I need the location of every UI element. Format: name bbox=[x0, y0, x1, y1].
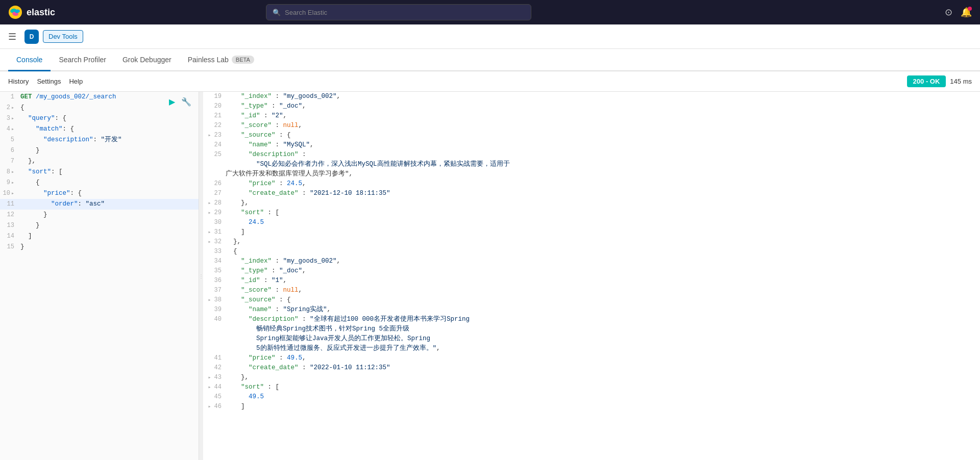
dev-tools-tab[interactable]: Dev Tools bbox=[43, 30, 83, 43]
line-num-5: 5 bbox=[0, 135, 18, 145]
resp-line-22: 22 "_score" : null, bbox=[207, 121, 980, 131]
resp-line-41: 41 "price" : 49.5, bbox=[207, 353, 980, 363]
help-button[interactable]: Help bbox=[69, 78, 83, 85]
resp-line-33: 33 { bbox=[207, 247, 980, 257]
resp-num-38: 38 bbox=[207, 295, 226, 305]
hamburger-menu-icon[interactable]: ☰ bbox=[8, 31, 16, 42]
resp-line-25a: 25 "description" : bbox=[207, 150, 980, 160]
toolbar-row: History Settings Help 200 - OK 145 ms bbox=[0, 71, 980, 92]
tab-bar: Console Search Profiler Grok Debugger Pa… bbox=[0, 49, 980, 71]
notification-icon[interactable]: 🔔 bbox=[961, 7, 972, 18]
resp-num-25: 25 bbox=[207, 150, 226, 160]
tab-grok-debugger[interactable]: Grok Debugger bbox=[114, 49, 180, 71]
resp-num-39: 39 bbox=[207, 305, 226, 315]
resp-num-24: 24 bbox=[207, 140, 226, 150]
help-circle-icon[interactable]: ⊙ bbox=[945, 7, 952, 18]
editor-line-14: 14 ] bbox=[0, 231, 199, 242]
editor-line-5: 5 "description": "开发" bbox=[0, 135, 199, 145]
editor-line-6: 6 } bbox=[0, 145, 199, 156]
line-content-5: "description": "开发" bbox=[18, 135, 122, 145]
resp-line-24: 24 "name" : "MySQL", bbox=[207, 140, 980, 150]
resp-content-43: }, bbox=[226, 373, 249, 382]
line-content-12: } bbox=[18, 210, 47, 220]
resp-content-25b: "SQL必知必会作者力作，深入浅出MySQL高性能讲解技术内幕，紧贴实战需要，适… bbox=[226, 160, 510, 169]
history-button[interactable]: History bbox=[8, 78, 29, 85]
resp-line-44: 44 "sort" : [ bbox=[207, 382, 980, 392]
line-content-15: } bbox=[18, 242, 24, 252]
elastic-logo: elastic bbox=[8, 5, 55, 19]
line-content-7: }, bbox=[18, 157, 36, 166]
response-time: 145 ms bbox=[950, 78, 972, 85]
resp-line-38: 38 "_source" : { bbox=[207, 295, 980, 305]
resp-num-32: 32 bbox=[207, 237, 226, 247]
main-area: ▶ 🔧 1 GET /my_goods_002/_search 2 { 3 "q… bbox=[0, 92, 980, 460]
resp-line-31: 31 ] bbox=[207, 227, 980, 237]
search-placeholder: Search Elastic bbox=[285, 9, 327, 16]
resp-content-40a: "description" : "全球有超过100 000名开发者使用本书来学习… bbox=[226, 315, 470, 324]
logo-text: elastic bbox=[27, 7, 55, 18]
resp-line-40a: 40 "description" : "全球有超过100 000名开发者使用本书… bbox=[207, 315, 980, 324]
resp-num-35: 35 bbox=[207, 266, 226, 276]
resp-content-23: "_source" : { bbox=[226, 131, 291, 140]
editor-line-13: 13 } bbox=[0, 220, 199, 231]
resp-line-35: 35 "_type" : "_doc", bbox=[207, 266, 980, 276]
top-bar: elastic 🔍 Search Elastic ⊙ 🔔 bbox=[0, 0, 980, 24]
resp-num-20: 20 bbox=[207, 101, 226, 111]
resp-num-31: 31 bbox=[207, 227, 226, 237]
resp-num-30: 30 bbox=[207, 218, 226, 227]
resp-line-34: 34 "_index" : "my_goods_002", bbox=[207, 257, 980, 266]
line-num-13: 13 bbox=[0, 221, 18, 231]
line-content-6: } bbox=[18, 146, 40, 156]
resp-num-36: 36 bbox=[207, 276, 226, 286]
line-content-1: GET /my_goods_002/_search bbox=[18, 92, 116, 102]
resp-num-19: 19 bbox=[207, 92, 226, 101]
line-content-13: } bbox=[18, 221, 40, 231]
line-content-11: "order": "asc" bbox=[18, 199, 105, 209]
beta-badge: BETA bbox=[232, 56, 254, 64]
tab-painless-lab[interactable]: Painless Lab BETA bbox=[180, 49, 262, 71]
resp-content-19: "_index" : "my_goods_002", bbox=[226, 92, 340, 101]
resp-line-21: 21 "_id" : "2", bbox=[207, 111, 980, 121]
resp-content-25c: 广大软件开发和数据库管理人员学习参考", bbox=[226, 169, 353, 179]
resp-num-44: 44 bbox=[207, 382, 226, 392]
resp-content-32: }, bbox=[226, 237, 241, 247]
line-content-14: ] bbox=[18, 232, 32, 241]
user-avatar[interactable]: D bbox=[24, 30, 39, 44]
resp-line-45: 45 49.5 bbox=[207, 392, 980, 402]
resp-num-21: 21 bbox=[207, 111, 226, 121]
resp-content-33: { bbox=[226, 247, 237, 257]
resp-content-40d: 5的新特性通过微服务、反应式开发进一步提升了生产效率。", bbox=[226, 344, 440, 353]
editor-line-3: 3 "query": { bbox=[0, 113, 199, 124]
resp-content-46: ] bbox=[226, 402, 245, 412]
editor-line-4: 4 "match": { bbox=[0, 124, 199, 135]
wrench-button[interactable]: 🔧 bbox=[180, 96, 192, 108]
resp-content-26: "price" : 24.5, bbox=[226, 179, 306, 189]
resp-num-28: 28 bbox=[207, 198, 226, 208]
resp-num-29: 29 bbox=[207, 208, 226, 218]
resp-num-27: 27 bbox=[207, 189, 226, 198]
line-content-4: "match": { bbox=[18, 124, 74, 134]
line-num-10: 10 bbox=[0, 189, 18, 198]
editor-line-10: 10 "price": { bbox=[0, 188, 199, 199]
editor-toolbar: ▶ 🔧 bbox=[168, 96, 192, 108]
resp-line-40b: 畅销经典Spring技术图书，针对Spring 5全面升级 bbox=[207, 324, 980, 334]
resp-num-45: 45 bbox=[207, 392, 226, 402]
global-search-bar[interactable]: 🔍 Search Elastic bbox=[266, 4, 531, 20]
resp-content-41: "price" : 49.5, bbox=[226, 353, 306, 363]
tab-console[interactable]: Console bbox=[8, 49, 51, 71]
search-icon: 🔍 bbox=[273, 9, 281, 16]
resp-line-37: 37 "_score" : null, bbox=[207, 286, 980, 295]
line-num-7: 7 bbox=[0, 157, 18, 166]
tab-search-profiler[interactable]: Search Profiler bbox=[51, 49, 114, 71]
editor-pane[interactable]: ▶ 🔧 1 GET /my_goods_002/_search 2 { 3 "q… bbox=[0, 92, 199, 460]
settings-button[interactable]: Settings bbox=[37, 78, 61, 85]
resp-line-36: 36 "_id" : "1", bbox=[207, 276, 980, 286]
pane-divider[interactable]: ⋮ bbox=[199, 92, 203, 460]
response-pane[interactable]: 19 "_index" : "my_goods_002", 20 "_type"… bbox=[203, 92, 980, 460]
resp-content-20: "_type" : "_doc", bbox=[226, 101, 306, 111]
run-button[interactable]: ▶ bbox=[168, 96, 176, 108]
resp-content-24: "name" : "MySQL", bbox=[226, 140, 314, 150]
editor-line-7: 7 }, bbox=[0, 156, 199, 167]
line-num-4: 4 bbox=[0, 124, 18, 134]
resp-line-46: 46 ] bbox=[207, 402, 980, 412]
